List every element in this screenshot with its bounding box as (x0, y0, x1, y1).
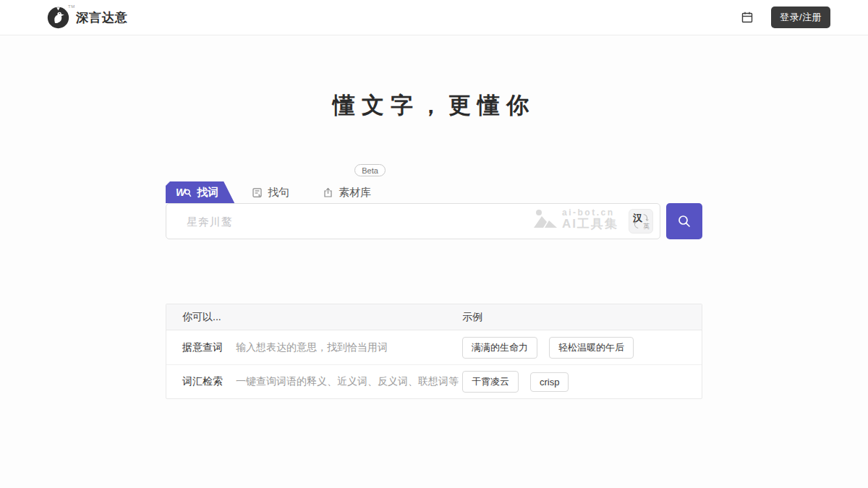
login-register-button[interactable]: 登录/注册 (771, 7, 830, 28)
tab-find-words[interactable]: W 找词 (166, 181, 234, 203)
lang-secondary-label: 英 (643, 222, 650, 231)
tab-material-library[interactable]: 素材库 Beta (315, 181, 378, 203)
sentence-doc-icon (252, 187, 263, 198)
tab-label: 找词 (197, 186, 218, 200)
examples-table: 你可以... 示例 据意查词 输入想表达的意思，找到恰当用词 满满的生命力 轻松… (166, 304, 702, 399)
calendar-icon[interactable] (741, 11, 754, 24)
example-chip[interactable]: 干霄凌云 (462, 371, 519, 393)
material-box-icon (323, 187, 333, 198)
brand-name: 深言达意 (76, 9, 128, 26)
header-actions: 登录/注册 (741, 7, 830, 28)
brand-logo-icon (46, 6, 70, 30)
search-box: ai-bot.cn AI工具集 汉 英 (166, 203, 660, 239)
tab-label: 素材库 (339, 186, 371, 200)
wantwords-logo-icon: W (176, 188, 192, 197)
search-input[interactable] (166, 203, 660, 239)
example-chip[interactable]: 轻松温暖的午后 (549, 337, 634, 359)
page-title: 懂文字，更懂你 (0, 90, 868, 121)
lang-primary-label: 汉 (633, 212, 642, 225)
language-toggle-button[interactable]: 汉 英 (629, 209, 653, 234)
feature-name: 据意查词 (182, 341, 223, 354)
main-content: W 找词 找句 素材库 Beta (166, 173, 702, 399)
brand[interactable]: TM 深言达意 (46, 6, 128, 30)
beta-badge: Beta (354, 164, 386, 176)
example-chip[interactable]: 满满的生命力 (462, 337, 537, 359)
feature-name: 词汇检索 (182, 375, 223, 388)
mode-tabs: W 找词 找句 素材库 Beta (166, 173, 702, 203)
column-header-examples: 示例 (462, 311, 702, 324)
trademark-label: TM (68, 4, 75, 9)
search-bar: ai-bot.cn AI工具集 汉 英 (166, 203, 702, 239)
top-bar: TM 深言达意 登录/注册 (0, 0, 868, 35)
table-header: 你可以... 示例 (166, 304, 702, 330)
column-header-capabilities: 你可以... (166, 311, 462, 324)
search-icon (677, 214, 692, 228)
feature-description: 输入想表达的意思，找到恰当用词 (236, 341, 388, 354)
tab-find-sentences[interactable]: 找句 (244, 181, 297, 203)
table-row: 词汇检索 一键查询词语的释义、近义词、反义词、联想词等 干霄凌云 crisp (166, 364, 702, 398)
tab-label: 找句 (268, 186, 289, 200)
feature-description: 一键查询词语的释义、近义词、反义词、联想词等 (236, 375, 459, 388)
search-button[interactable] (666, 203, 702, 239)
example-chip[interactable]: crisp (530, 372, 569, 392)
table-row: 据意查词 输入想表达的意思，找到恰当用词 满满的生命力 轻松温暖的午后 (166, 330, 702, 364)
